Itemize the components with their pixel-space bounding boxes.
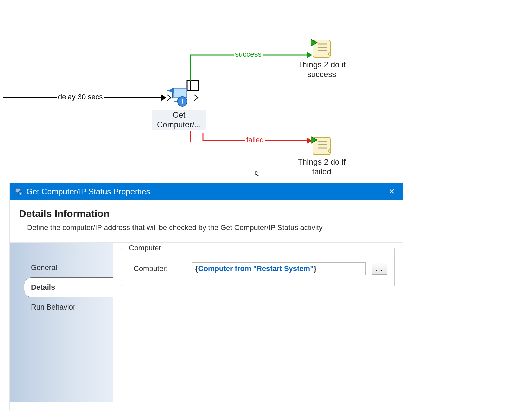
sidebar-item-run-behavior[interactable]: Run Behavior bbox=[10, 297, 113, 317]
dialog-description: Define the computer/IP address that will… bbox=[19, 223, 393, 232]
dialog-title: Get Computer/IP Status Properties bbox=[26, 187, 150, 196]
connector-layer bbox=[0, 0, 532, 183]
dialog-titlebar[interactable]: i Get Computer/IP Status Properties ✕ bbox=[10, 183, 403, 200]
script-play-icon bbox=[310, 37, 334, 59]
node-get-computer-label: Get Computer/... bbox=[152, 110, 206, 130]
dialog-heading: Details Information bbox=[19, 208, 393, 219]
value-brace-open: { bbox=[195, 264, 198, 273]
edge-label-failed[interactable]: failed bbox=[245, 136, 265, 144]
computer-value-link[interactable]: Computer from "Restart System" bbox=[198, 264, 314, 273]
dialog-main: Computer Computer: { Computer from "Rest… bbox=[113, 243, 403, 402]
dialog-sidebar: General Details Run Behavior bbox=[10, 243, 113, 402]
dialog-icon: i bbox=[14, 187, 23, 196]
close-button[interactable]: ✕ bbox=[385, 186, 398, 197]
edge-label-delay[interactable]: delay 30 secs bbox=[57, 93, 104, 101]
computer-field-label: Computer: bbox=[129, 264, 186, 273]
close-icon: ✕ bbox=[389, 187, 395, 196]
svg-rect-10 bbox=[174, 89, 186, 97]
computer-info-icon: i bbox=[166, 85, 192, 108]
sidebar-item-details[interactable]: Details bbox=[24, 277, 113, 297]
value-brace-close: } bbox=[314, 264, 317, 273]
svg-text:i: i bbox=[181, 98, 183, 105]
properties-dialog: i Get Computer/IP Status Properties ✕ De… bbox=[9, 183, 403, 410]
edge-label-success[interactable]: success bbox=[234, 50, 263, 59]
computer-field[interactable]: { Computer from "Restart System" } bbox=[192, 262, 366, 275]
groupbox-legend: Computer bbox=[126, 244, 164, 252]
browse-button[interactable]: ... bbox=[372, 263, 387, 275]
svg-rect-14 bbox=[167, 90, 170, 91]
node-success-label: Things 2 do if success bbox=[295, 60, 348, 79]
node-success-script[interactable]: Things 2 do if success bbox=[295, 37, 348, 79]
node-get-computer[interactable]: i Get Computer/... bbox=[152, 85, 206, 130]
runbook-canvas[interactable]: delay 30 secs success failed i Get Compu… bbox=[0, 0, 532, 183]
node-failed-label: Things 2 do if failed bbox=[295, 157, 348, 177]
computer-groupbox: Computer Computer: { Computer from "Rest… bbox=[121, 248, 395, 286]
sidebar-item-general[interactable]: General bbox=[10, 258, 113, 277]
script-play-icon bbox=[310, 135, 334, 156]
dialog-header: Details Information Define the computer/… bbox=[10, 200, 403, 243]
node-failed-script[interactable]: Things 2 do if failed bbox=[295, 135, 348, 177]
